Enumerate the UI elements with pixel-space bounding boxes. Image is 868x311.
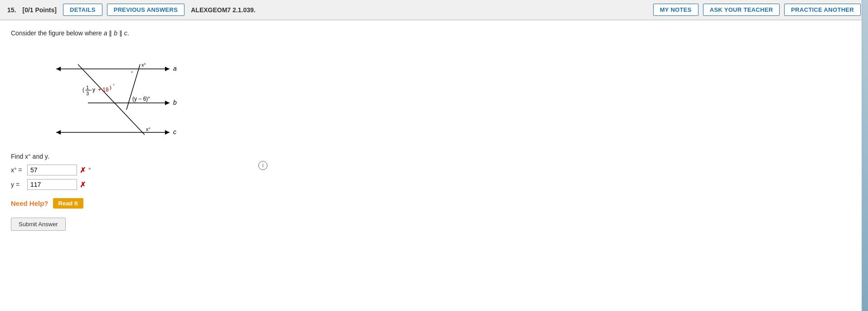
y-wrong-icon: ✗ — [80, 180, 86, 189]
ask-teacher-button[interactable]: ASK YOUR TEACHER — [703, 4, 780, 16]
question-number: 15. — [7, 6, 16, 14]
page-wrapper: 15. [0/1 Points] DETAILS PREVIOUS ANSWER… — [0, 0, 868, 311]
svg-text:(: ( — [82, 87, 84, 93]
svg-text:3: 3 — [86, 91, 89, 96]
svg-text:): ) — [110, 85, 112, 90]
svg-marker-8 — [165, 130, 170, 135]
svg-marker-9 — [56, 130, 61, 135]
details-button[interactable]: DETAILS — [63, 4, 102, 16]
svg-text:x°: x° — [141, 62, 146, 68]
info-icon[interactable]: i — [258, 161, 267, 170]
svg-text:x°: x° — [146, 126, 150, 132]
practice-another-button[interactable]: PRACTICE ANOTHER — [784, 4, 861, 16]
svg-text:b: b — [173, 99, 177, 106]
x-answer-row: x° = ✗ ° — [11, 165, 857, 175]
problem-id: ALEXGEOM7 2.1.039. — [191, 6, 255, 14]
y-answer-row: y = ✗ — [11, 179, 857, 190]
x-wrong-icon: ✗ — [80, 166, 86, 175]
geometry-figure: a b c — [29, 44, 192, 144]
x-input[interactable] — [27, 165, 77, 175]
y-input[interactable] — [27, 179, 77, 190]
need-help-label: Need Help? — [11, 199, 48, 207]
header-bar: 15. [0/1 Points] DETAILS PREVIOUS ANSWER… — [0, 0, 868, 20]
need-help-row: Need Help? Read It — [11, 198, 857, 209]
my-notes-button[interactable]: MY NOTES — [653, 4, 698, 16]
svg-marker-2 — [56, 67, 61, 71]
read-it-button[interactable]: Read It — [53, 198, 83, 209]
svg-text:°: ° — [131, 71, 133, 76]
y-label: y = — [11, 181, 24, 188]
svg-marker-1 — [165, 67, 170, 71]
scrollbar[interactable] — [862, 0, 868, 311]
right-buttons: MY NOTES ASK YOUR TEACHER PRACTICE ANOTH… — [653, 4, 861, 16]
svg-text:(y − 6)°: (y − 6)° — [132, 96, 150, 102]
svg-text:c: c — [173, 128, 176, 136]
previous-answers-button[interactable]: PREVIOUS ANSWERS — [107, 4, 185, 16]
problem-description: Consider the figure below where a ∥ b ∥ … — [11, 29, 857, 37]
x-label: x° = — [11, 166, 24, 174]
x-degree-symbol: ° — [88, 166, 91, 174]
svg-marker-5 — [165, 101, 170, 105]
content-area: Consider the figure below where a ∥ b ∥ … — [0, 20, 868, 311]
find-text: Find x° and y. — [11, 153, 857, 160]
svg-text:+ 18: + 18 — [98, 87, 109, 93]
svg-text:°: ° — [113, 83, 115, 88]
svg-text:a: a — [173, 65, 177, 72]
submit-answer-button[interactable]: Submit Answer — [11, 218, 66, 231]
points-label: [0/1 Points] — [22, 6, 56, 14]
svg-text:1: 1 — [86, 85, 89, 90]
svg-text:y: y — [92, 87, 95, 93]
figure-container: a b c — [29, 44, 192, 144]
